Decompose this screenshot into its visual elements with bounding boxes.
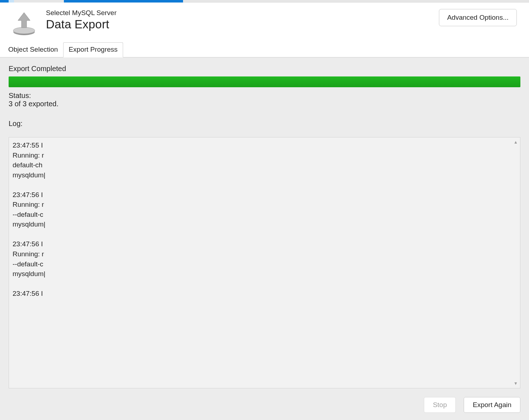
log-scrollbar[interactable]: ▲ ▼ — [511, 137, 520, 388]
scroll-up-icon[interactable]: ▲ — [514, 140, 518, 145]
export-icon — [11, 10, 37, 38]
svg-point-1 — [13, 27, 35, 34]
log-box: 23:47:55 I Running: r default-ch mysqldu… — [9, 137, 520, 388]
connection-name: Selectel MySQL Server — [46, 9, 439, 17]
tab-export-progress[interactable]: Export Progress — [63, 42, 123, 57]
scroll-down-icon[interactable]: ▼ — [514, 381, 518, 386]
status-label: Status: — [9, 92, 520, 100]
completed-label: Export Completed — [9, 65, 520, 73]
export-again-button[interactable]: Export Again — [464, 397, 520, 413]
tab-object-selection[interactable]: Object Selection — [3, 42, 63, 57]
log-content[interactable]: 23:47:55 I Running: r default-ch mysqldu… — [9, 137, 511, 388]
log-label: Log: — [9, 120, 520, 128]
action-buttons: Stop Export Again — [9, 397, 520, 413]
tabs: Object Selection Export Progress — [0, 42, 529, 57]
header: Selectel MySQL Server Data Export Advanc… — [0, 3, 529, 42]
top-accent-bar — [0, 0, 529, 3]
status-value: 3 of 3 exported. — [9, 100, 520, 108]
stop-button: Stop — [424, 397, 456, 413]
progress-bar — [9, 76, 520, 87]
advanced-options-button[interactable]: Advanced Options... — [439, 9, 517, 26]
export-progress-panel: Export Completed Status: 3 of 3 exported… — [0, 57, 529, 420]
page-title: Data Export — [46, 17, 439, 32]
